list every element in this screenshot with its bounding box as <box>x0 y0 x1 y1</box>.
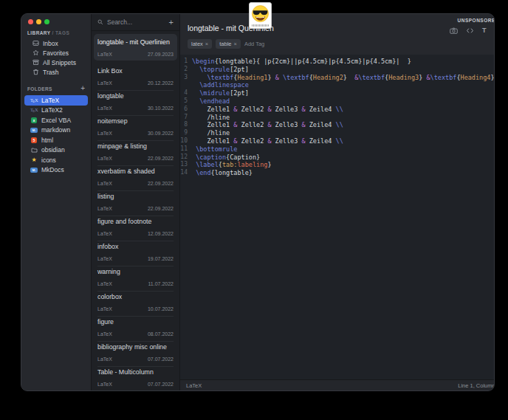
snippet-item-title: Table - Multicolumn <box>97 368 174 376</box>
screen: LIBRARY / TAGS Inbox Favorites All Snipp… <box>0 0 508 420</box>
sidebar-folder-excel-vba[interactable]: x Excel VBA <box>24 115 88 125</box>
sidebar-item-inbox[interactable]: Inbox <box>21 38 91 48</box>
folder-label: LaTeX2 <box>41 106 63 114</box>
camera-icon[interactable] <box>450 27 458 34</box>
sidebar-folder-latex[interactable]: TEX LaTeX <box>24 95 88 106</box>
add-snippet-button[interactable]: + <box>169 18 174 26</box>
snippet-item-language: LaTeX <box>97 206 112 211</box>
snippet-item-title: noitemsep <box>97 117 174 125</box>
snippet-item-title: longtable - mit Querlinien <box>97 38 174 46</box>
folder-label: html <box>41 137 53 144</box>
snippet-item-date: 12.09.2022 <box>148 231 174 236</box>
snippet-item-language: LaTeX <box>97 256 112 261</box>
zoom-window-button[interactable] <box>44 19 49 24</box>
snippet-item-language: LaTeX <box>97 357 112 362</box>
tag-chip-table[interactable]: table× <box>216 39 241 49</box>
line-number <box>180 81 192 89</box>
snippet-item-language: LaTeX <box>97 80 112 86</box>
sidebar-folder-latex2[interactable]: TEX LaTeX2 <box>24 106 88 116</box>
snippet-list-item[interactable]: figure LaTeX 08.07.2022 <box>92 313 179 338</box>
code-line: 3 \textbf{Heading1} & \textbf{Heading2} … <box>180 74 495 82</box>
sidebar: LIBRARY / TAGS Inbox Favorites All Snipp… <box>21 14 91 390</box>
add-folder-button[interactable]: + <box>80 86 85 92</box>
status-language[interactable]: LaTeX <box>186 382 202 389</box>
snippet-item-language: LaTeX <box>97 156 112 161</box>
star-icon <box>32 49 39 56</box>
tag-label: latex <box>191 41 203 47</box>
snippet-item-title: xverbatim & shaded <box>97 168 174 175</box>
snippet-list-item[interactable]: xverbatim & shaded LaTeX 22.09.2022 <box>92 162 179 187</box>
snippet-item-language: LaTeX <box>97 52 112 57</box>
folder-label: obsidian <box>41 146 65 154</box>
folder-label: Excel VBA <box>41 117 71 124</box>
text-mode-icon[interactable]: T <box>482 27 487 34</box>
snippet-list-item[interactable]: minpage & listing LaTeX 22.09.2022 <box>92 137 179 162</box>
code-line: 13 \label{tab:labeling} <box>180 161 495 169</box>
sidebar-folder-html[interactable]: 5 html <box>24 135 88 145</box>
snippet-item-date: 11.07.2022 <box>148 281 174 286</box>
snippet-list: longtable - mit Querlinien LaTeX 27.09.2… <box>92 31 179 390</box>
tags-label[interactable]: / TAGS <box>52 30 70 35</box>
minimize-window-button[interactable] <box>36 19 41 24</box>
snippet-item-language: LaTeX <box>97 131 112 136</box>
snippet-item-date: 22.09.2022 <box>148 206 174 211</box>
search-bar[interactable]: Search... + <box>92 14 179 31</box>
library-label[interactable]: LIBRARY <box>27 30 50 35</box>
snippet-item-title: longtable <box>97 92 174 100</box>
snippet-list-item[interactable]: figure and footnote LaTeX 12.09.2022 <box>92 213 179 238</box>
line-number: 4 <box>180 89 192 97</box>
snippet-item-date: 07.07.2022 <box>148 357 174 362</box>
sidebar-item-trash[interactable]: Trash <box>21 67 91 77</box>
snippet-list-item[interactable]: Link Box LaTeX 20.12.2022 <box>92 62 179 87</box>
snippet-list-item[interactable]: longtable LaTeX 30.10.2022 <box>92 87 179 112</box>
snippet-item-title: figure <box>97 318 174 326</box>
snippet-title[interactable]: longtable - mit Querlinien <box>188 24 495 32</box>
line-number: 8 <box>180 121 192 129</box>
snippet-list-item[interactable]: listing LaTeX 22.09.2022 <box>92 187 179 213</box>
snippet-list-item-selected[interactable]: longtable - mit Querlinien LaTeX 27.09.2… <box>94 34 177 61</box>
snippet-list-item[interactable]: Table - Multicolumn LaTeX 07.07.2022 <box>92 363 179 388</box>
search-input[interactable]: Search... <box>107 18 165 26</box>
sidebar-nav-label: Inbox <box>43 40 58 47</box>
snippet-item-language: LaTeX <box>97 306 112 311</box>
close-window-button[interactable] <box>28 19 33 24</box>
status-bar: LaTeX Line 1, Column 1 <box>180 379 495 390</box>
snippet-list-item[interactable]: bibliography misc online LaTeX 07.07.202… <box>92 338 179 363</box>
code-line: 9 /hline <box>180 129 495 137</box>
code-line: 1 \begin{longtable}{ |p{2cm}||p{4.5cm}|p… <box>180 58 495 66</box>
library-tags-switcher[interactable]: LIBRARY / TAGS <box>27 30 91 35</box>
snippet-item-date: 22.09.2022 <box>148 181 174 186</box>
add-tag-button[interactable]: Add Tag <box>244 41 264 47</box>
editor-pane: longtable - mit Querlinien UNSPONSORED T… <box>180 14 495 390</box>
snippet-item-date: 19.07.2022 <box>148 256 174 261</box>
sidebar-item-all-snippets[interactable]: All Snippets <box>21 58 91 67</box>
sidebar-folder-mkdocs[interactable]: M↓ MkDocs <box>24 165 88 176</box>
remove-tag-icon[interactable]: × <box>205 41 208 47</box>
snippet-item-language: LaTeX <box>97 281 112 286</box>
snippet-list-item[interactable]: noitemsep LaTeX 30.09.2022 <box>92 112 179 137</box>
sidebar-folder-markdown[interactable]: M↓ markdown <box>24 125 88 136</box>
line-number: 1 <box>180 58 192 66</box>
code-line: 7 /hline <box>180 114 495 122</box>
code-line: 6 Zelle1 & Zelle2 & Zelle3 & Zeile4 \\ <box>180 106 495 114</box>
snippet-list-item[interactable]: infobox LaTeX 19.07.2022 <box>92 238 179 263</box>
remove-tag-icon[interactable]: × <box>234 41 237 47</box>
sidebar-folder-obsidian[interactable]: obsidian <box>24 145 88 156</box>
code-line: 12 \caption{Caption} <box>180 154 495 162</box>
snippet-item-title: colorbox <box>97 293 174 300</box>
code-icon[interactable] <box>466 27 474 34</box>
folder-label: icons <box>41 156 56 164</box>
code-line: \addlinespace <box>180 81 495 89</box>
sidebar-item-favorites[interactable]: Favorites <box>21 48 91 58</box>
line-number: 6 <box>180 106 192 114</box>
snippet-list-item[interactable]: warning LaTeX 11.07.2022 <box>92 263 179 288</box>
snippet-list-item[interactable]: colorbox LaTeX 10.07.2022 <box>92 288 179 313</box>
sidebar-folder-icons[interactable]: ★ icons <box>24 155 88 165</box>
snippet-item-title: warning <box>97 268 174 275</box>
code-editor[interactable]: 1 \begin{longtable}{ |p{2cm}||p{4.5cm}|p… <box>180 55 495 379</box>
snippet-item-language: LaTeX <box>97 181 112 186</box>
snippet-item-title: minpage & listing <box>97 142 174 150</box>
sunglasses-emoji-sticker[interactable] <box>249 2 272 29</box>
tag-chip-latex[interactable]: latex× <box>188 39 212 49</box>
excel-icon: x <box>31 117 37 123</box>
